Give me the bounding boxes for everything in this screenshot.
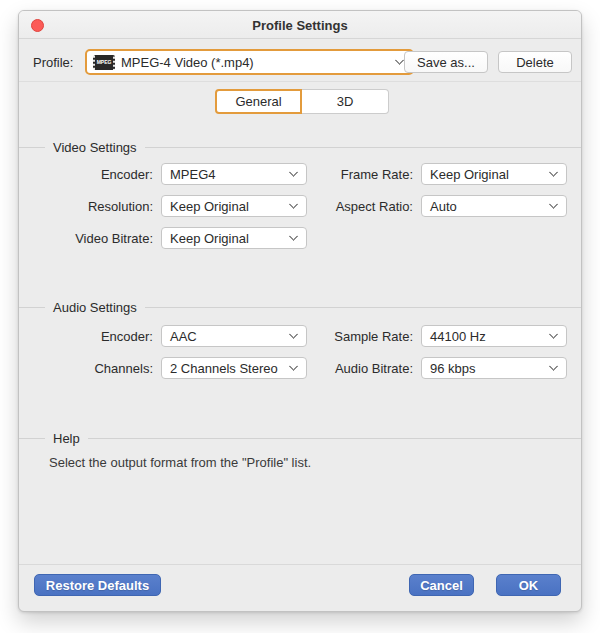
field-row: Resolution: Keep Original Aspect Ratio: …: [19, 195, 581, 217]
chevron-down-icon: [289, 362, 299, 372]
resolution-label: Resolution:: [19, 199, 161, 214]
sample-rate-select[interactable]: 44100 Hz: [421, 325, 567, 347]
video-settings-header: Video Settings: [19, 138, 581, 156]
chevron-down-icon: [289, 200, 299, 210]
resolution-select[interactable]: Keep Original: [161, 195, 307, 217]
aspect-ratio-select[interactable]: Auto: [421, 195, 567, 217]
aspect-ratio-label: Aspect Ratio:: [307, 199, 421, 214]
video-encoder-label: Encoder:: [19, 167, 161, 182]
profile-row: Profile: MPEG MPEG-4 Video (*.mp4) Save …: [19, 49, 581, 75]
select-value: AAC: [170, 329, 197, 344]
profile-select-value: MPEG-4 Video (*.mp4): [121, 55, 254, 70]
audio-encoder-select[interactable]: AAC: [161, 325, 307, 347]
channels-label: Channels:: [19, 361, 161, 376]
field-row: Channels: 2 Channels Stereo Audio Bitrat…: [19, 357, 581, 379]
chevron-down-icon: [549, 168, 559, 178]
profile-label: Profile:: [33, 49, 73, 75]
divider: [19, 564, 581, 565]
select-value: 96 kbps: [430, 361, 476, 376]
select-value: 2 Channels Stereo: [170, 361, 278, 376]
help-text: Select the output format from the "Profi…: [49, 455, 311, 470]
channels-select[interactable]: 2 Channels Stereo: [161, 357, 307, 379]
sample-rate-label: Sample Rate:: [307, 329, 421, 344]
frame-rate-select[interactable]: Keep Original: [421, 163, 567, 185]
chevron-down-icon: [549, 362, 559, 372]
mpeg-filmstrip-icon: MPEG: [93, 55, 115, 70]
section-title: Help: [45, 431, 88, 446]
audio-encoder-label: Encoder:: [19, 329, 161, 344]
tab-3d[interactable]: 3D: [302, 89, 389, 114]
chevron-down-icon: [549, 330, 559, 340]
select-value: Keep Original: [430, 167, 509, 182]
select-value: Keep Original: [170, 199, 249, 214]
ok-button[interactable]: OK: [496, 574, 561, 596]
window-title: Profile Settings: [19, 11, 581, 39]
chevron-down-icon: [289, 168, 299, 178]
tab-general[interactable]: General: [215, 89, 302, 114]
chevron-down-icon: [395, 56, 405, 66]
frame-rate-label: Frame Rate:: [307, 167, 421, 182]
select-value: 44100 Hz: [430, 329, 486, 344]
video-bitrate-label: Video Bitrate:: [19, 231, 161, 246]
title-bar: Profile Settings: [19, 11, 581, 39]
audio-bitrate-label: Audio Bitrate:: [307, 361, 421, 376]
chevron-down-icon: [549, 200, 559, 210]
help-header: Help: [19, 429, 581, 447]
chevron-down-icon: [289, 330, 299, 340]
select-value: Auto: [430, 199, 457, 214]
select-value: Keep Original: [170, 231, 249, 246]
section-title: Audio Settings: [45, 300, 145, 315]
delete-button[interactable]: Delete: [498, 51, 572, 73]
cancel-button[interactable]: Cancel: [409, 574, 474, 596]
audio-settings-header: Audio Settings: [19, 298, 581, 316]
tab-bar: General 3D: [215, 89, 389, 114]
profile-settings-dialog: Profile Settings Profile: MPEG MPEG-4 Vi…: [18, 10, 582, 612]
select-value: MPEG4: [170, 167, 216, 182]
audio-bitrate-select[interactable]: 96 kbps: [421, 357, 567, 379]
video-encoder-select[interactable]: MPEG4: [161, 163, 307, 185]
field-row: Video Bitrate: Keep Original: [19, 227, 581, 249]
save-as-button[interactable]: Save as...: [404, 51, 488, 73]
field-row: Encoder: AAC Sample Rate: 44100 Hz: [19, 325, 581, 347]
restore-defaults-button[interactable]: Restore Defaults: [34, 574, 161, 596]
profile-select[interactable]: MPEG MPEG-4 Video (*.mp4): [85, 49, 414, 75]
field-row: Encoder: MPEG4 Frame Rate: Keep Original: [19, 163, 581, 185]
video-bitrate-select[interactable]: Keep Original: [161, 227, 307, 249]
divider: [19, 81, 581, 82]
chevron-down-icon: [289, 232, 299, 242]
section-title: Video Settings: [45, 140, 145, 155]
